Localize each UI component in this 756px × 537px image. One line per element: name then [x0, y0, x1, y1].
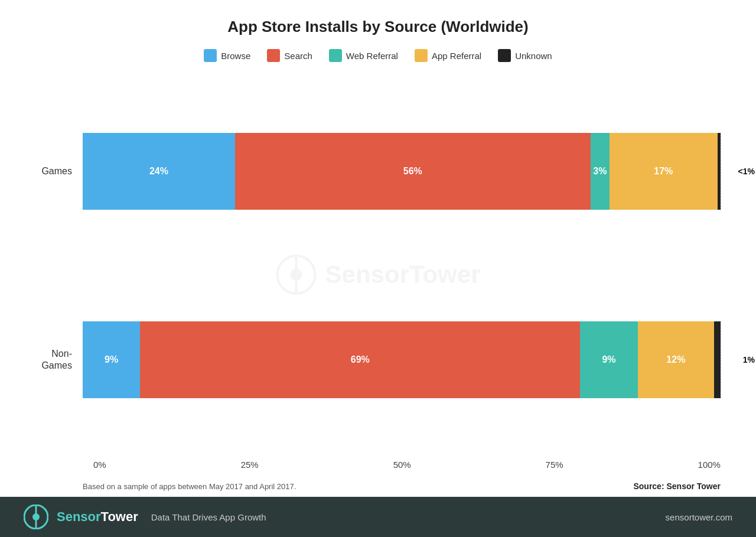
x-axis-label: 100%: [698, 460, 721, 470]
legend-item-browse: Browse: [204, 49, 250, 62]
legend-label: App Referral: [432, 51, 481, 61]
bar-segment-search: 69%: [140, 321, 580, 398]
bar-segment-app-referral: 17%: [610, 133, 718, 210]
footer-tagline: Data That Drives App Growth: [151, 512, 266, 522]
bar-segment-web-referral: 9%: [580, 321, 637, 398]
bar-segment-unknown: [714, 321, 721, 398]
legend: Browse Search Web Referral App Referral …: [35, 49, 721, 62]
legend-item-unknown: Unknown: [498, 49, 552, 62]
legend-swatch: [204, 49, 217, 62]
chart-main: App Store Installs by Source (Worldwide)…: [0, 0, 756, 476]
x-axis-label: 75%: [546, 460, 563, 470]
bar-segment-browse: 24%: [83, 133, 235, 210]
footer-brand-sensor: Sensor: [57, 509, 101, 525]
x-axis-label: 25%: [241, 460, 259, 470]
x-axis-label: 0%: [93, 460, 106, 470]
bar-track-0: 24%56%3%17%: [83, 133, 721, 210]
sensortower-logo-icon: [24, 505, 48, 529]
bar-segment-app-referral: 12%: [638, 321, 715, 398]
legend-label: Unknown: [515, 51, 552, 61]
bar-segment-web-referral: 3%: [591, 133, 610, 210]
footer-url: sensortower.com: [666, 512, 732, 522]
bars-container: Games24%56%3%17%<1%Non-Games9%69%9%12%1%: [35, 80, 721, 457]
footer-left: Sensor Tower Data That Drives App Growth: [24, 505, 266, 529]
grid-line: [721, 133, 721, 210]
legend-label: Browse: [221, 51, 250, 61]
x-axis-label: 50%: [393, 460, 411, 470]
footer-bar: Sensor Tower Data That Drives App Growth…: [0, 497, 756, 537]
legend-label: Web Referral: [346, 51, 398, 61]
bars-section: SensorTower Games24%56%3%17%<1%Non-Games…: [35, 80, 721, 470]
footnote-row: Based on a sample of apps between May 20…: [0, 476, 756, 497]
legend-item-search: Search: [267, 49, 312, 62]
bar-segment-unknown: [718, 133, 721, 210]
source-label: Source: Sensor Tower: [633, 481, 721, 491]
bar-segment-search: 56%: [235, 133, 591, 210]
legend-swatch: [267, 49, 280, 62]
grid-line: [721, 321, 721, 398]
legend-swatch: [498, 49, 511, 62]
legend-swatch: [329, 49, 342, 62]
unknown-label-1: 1%: [743, 355, 755, 364]
bar-track-1: 9%69%9%12%: [83, 321, 721, 398]
bar-row-label-1: Non-Games: [35, 348, 83, 370]
bar-segment-browse: 9%: [83, 321, 140, 398]
footnote-text: Based on a sample of apps between May 20…: [83, 482, 296, 491]
unknown-label-0: <1%: [738, 167, 755, 176]
legend-item-app-referral: App Referral: [415, 49, 481, 62]
bar-row-0: Games24%56%3%17%<1%: [35, 133, 721, 210]
legend-label: Search: [284, 51, 312, 61]
legend-item-web-referral: Web Referral: [329, 49, 398, 62]
bar-row-label-0: Games: [35, 165, 83, 177]
legend-swatch: [415, 49, 428, 62]
chart-title: App Store Installs by Source (Worldwide): [35, 18, 721, 36]
x-axis: 0%25%50%75%100%: [93, 460, 721, 470]
bar-row-1: Non-Games9%69%9%12%1%: [35, 321, 721, 398]
footer-brand-tower: Tower: [101, 509, 138, 525]
chart-container: App Store Installs by Source (Worldwide)…: [0, 0, 756, 537]
